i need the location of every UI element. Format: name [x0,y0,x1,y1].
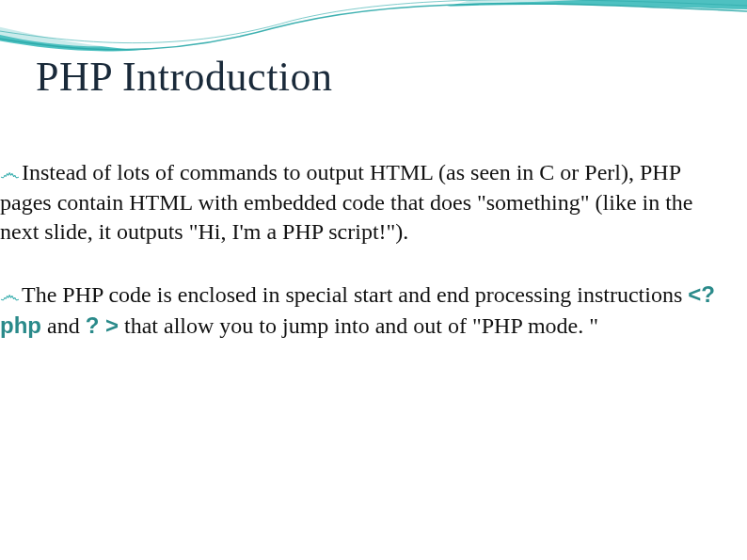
bullet-icon: ෴ [0,159,20,186]
slide-title: PHP Introduction [36,53,333,101]
paragraph-text-mid: and [41,313,86,338]
paragraph-text: Instead of lots of commands to output HT… [0,160,693,244]
paragraph-text-pre: The PHP code is enclosed in special star… [22,282,688,307]
bullet-paragraph: ෴The PHP code is enclosed in special sta… [0,280,724,341]
bullet-paragraph: ෴Instead of lots of commands to output H… [0,158,724,248]
paragraph-text-post: that allow you to jump into and out of "… [119,313,598,338]
bullet-icon: ෴ [0,281,20,309]
php-close-tag: ? > [86,312,119,338]
slide-body: ෴Instead of lots of commands to output H… [0,158,728,373]
slide: PHP Introduction ෴Instead of lots of com… [0,0,747,560]
